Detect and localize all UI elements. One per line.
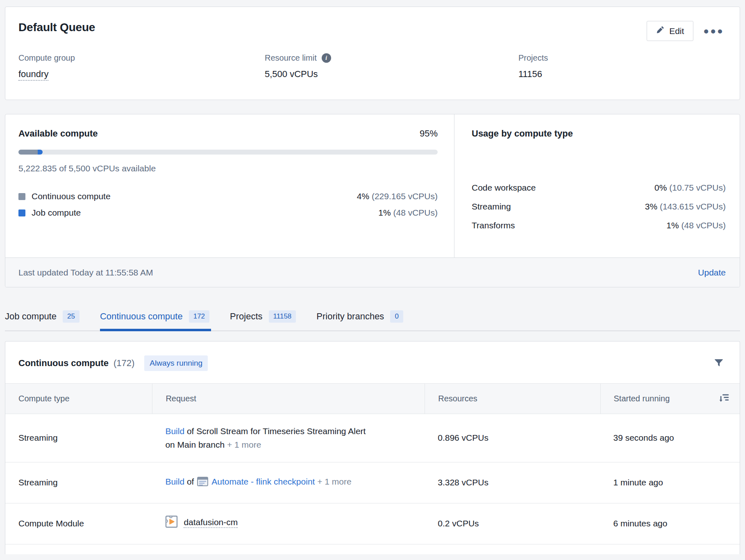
meta-label-projects: Projects <box>518 53 727 63</box>
usage-row-code-workspace: Code workspace0% (10.75 vCPUs) <box>472 178 726 197</box>
table-title: Continuous compute <box>18 358 109 369</box>
request-link[interactable]: Build <box>165 426 184 436</box>
tab-label: Projects <box>230 311 262 322</box>
continuous-compute-card: Continuous compute (172) Always running … <box>5 341 740 554</box>
always-running-badge: Always running <box>144 355 208 371</box>
legend-label: Job compute <box>32 208 81 218</box>
more-options-button[interactable]: ●●● <box>702 24 725 38</box>
usage-label: Code workspace <box>472 183 536 193</box>
legend-percent: 1% <box>378 208 391 217</box>
table-header: Continuous compute (172) Always running <box>5 341 740 383</box>
cell-request: datafusion-cm <box>152 505 425 543</box>
cell-resources: 0.2 vCPUs <box>425 506 600 541</box>
meta-field-compute-group: Compute groupfoundry <box>18 53 265 81</box>
cell-compute-type: Streaming <box>5 465 152 500</box>
legend-swatch-continuous-compute <box>18 193 25 200</box>
cell-request: Build of Scroll Stream for Timeseries St… <box>152 414 425 462</box>
edit-button[interactable]: Edit <box>647 21 693 41</box>
page-title: Default Queue <box>18 21 95 34</box>
legend-percent: 4% <box>357 191 369 201</box>
overview-main: Available compute 95% 5,222.835 of 5,500… <box>5 114 740 257</box>
compute-queue-page: Default Queue Edit ●●● Compute groupfoun… <box>0 0 745 554</box>
tab-count-badge: 172 <box>189 310 209 323</box>
sort-descending-icon[interactable] <box>719 393 729 405</box>
cell-started-running: 6 minutes ago <box>600 506 740 541</box>
usage-value: 1% (48 vCPUs) <box>666 221 726 230</box>
cell-resources: 3.328 vCPUs <box>425 465 600 500</box>
queue-header: Default Queue Edit ●●● <box>5 7 740 41</box>
legend-detail: (48 vCPUs) <box>391 208 438 217</box>
meta-value-compute-group: foundry <box>18 69 265 81</box>
available-percent: 95% <box>420 128 438 139</box>
legend-row-continuous-compute: Continuous compute4% (229.165 vCPUs) <box>18 188 438 205</box>
tab-label: Job compute <box>5 311 57 322</box>
tab-count-badge: 25 <box>63 310 79 323</box>
tab-projects[interactable]: Projects11158 <box>230 307 298 330</box>
legend-value: 4% (229.165 vCPUs) <box>357 191 438 201</box>
tab-continuous-compute[interactable]: Continuous compute172 <box>100 307 211 330</box>
table-count: (172) <box>114 358 134 369</box>
cell-request: Build of Automate - flink checkpoint + 1… <box>152 464 425 501</box>
usage-label: Transforms <box>472 221 515 230</box>
usage-rows: Code workspace0% (10.75 vCPUs)Streaming3… <box>472 178 726 235</box>
progress-segment-continuous-compute <box>18 150 38 155</box>
info-icon[interactable]: i <box>322 53 331 63</box>
queue-actions: Edit ●●● <box>647 21 725 41</box>
usage-row-transforms: Transforms1% (48 vCPUs) <box>472 216 726 235</box>
meta-label-compute-group: Compute group <box>18 53 265 63</box>
meta-value-text-projects: 11156 <box>518 69 542 79</box>
tab-job-compute[interactable]: Job compute25 <box>5 307 81 330</box>
tab-count-badge: 11158 <box>269 310 296 323</box>
request-text: of <box>184 477 196 486</box>
available-compute-panel: Available compute 95% 5,222.835 of 5,500… <box>5 114 454 257</box>
meta-field-projects: Projects11156 <box>518 53 727 81</box>
legend-swatch-job-compute <box>18 209 25 216</box>
column-header-resources[interactable]: Resources <box>425 384 600 414</box>
legend-label: Continuous compute <box>32 191 111 201</box>
table-row: StreamingBuild of Scroll Stream for Time… <box>5 414 740 462</box>
usage-value: 3% (143.615 vCPUs) <box>645 202 726 212</box>
request-link[interactable]: Build <box>165 477 184 486</box>
compute-module-icon <box>165 520 178 530</box>
available-compute-title: Available compute <box>18 128 98 139</box>
tab-label: Continuous compute <box>100 311 183 322</box>
funnel-icon <box>713 363 724 369</box>
legend-value: 1% (48 vCPUs) <box>378 208 438 218</box>
meta-value-text-compute-group[interactable]: foundry <box>18 69 48 81</box>
usage-percent: 3% <box>645 202 657 211</box>
tab-label: Priority branches <box>316 311 384 322</box>
request-text: of Scroll Stream for Timeseries Streamin… <box>184 426 366 436</box>
table-row: Compute Moduledatafusion-cm0.2 vCPUs6 mi… <box>5 503 740 544</box>
cell-started-running: 1 minute ago <box>600 465 740 500</box>
legend-row-job-compute: Job compute1% (48 vCPUs) <box>18 205 438 221</box>
usage-row-streaming: Streaming3% (143.615 vCPUs) <box>472 197 726 216</box>
usage-detail: (48 vCPUs) <box>679 221 726 230</box>
request-link[interactable]: Automate - flink checkpoint <box>211 477 315 486</box>
queue-card: Default Queue Edit ●●● Compute groupfoun… <box>5 7 740 100</box>
legend-detail: (229.165 vCPUs) <box>369 191 438 201</box>
cell-compute-type: Compute Module <box>5 506 152 541</box>
queue-meta-row: Compute groupfoundryResource limiti5,500… <box>5 41 740 81</box>
cell-started-running: 39 seconds ago <box>600 421 740 455</box>
available-compute-progress-bar <box>18 150 438 155</box>
meta-label-resource-limit: Resource limiti <box>265 53 518 63</box>
request-link[interactable]: datafusion-cm <box>184 517 238 528</box>
compute-overview-card: Available compute 95% 5,222.835 of 5,500… <box>5 114 740 287</box>
tab-priority-branches[interactable]: Priority branches0 <box>316 307 405 330</box>
usage-percent: 1% <box>666 221 679 230</box>
table-row: StreamingBuild of Automate - flink check… <box>5 462 740 503</box>
meta-value-projects: 11156 <box>518 69 727 80</box>
tab-count-badge: 0 <box>390 310 403 323</box>
last-updated-text: Last updated Today at 11:55:58 AM <box>18 268 153 278</box>
update-link[interactable]: Update <box>698 268 726 278</box>
column-header-compute-type[interactable]: Compute type <box>5 384 152 414</box>
meta-value-resource-limit: 5,500 vCPUs <box>265 69 518 80</box>
column-header-request[interactable]: Request <box>152 384 425 414</box>
usage-value: 0% (10.75 vCPUs) <box>654 183 726 193</box>
edit-button-label: Edit <box>669 26 684 36</box>
column-header-started-running[interactable]: Started running <box>600 384 740 414</box>
meta-field-resource-limit: Resource limiti5,500 vCPUs <box>265 53 518 81</box>
filter-button[interactable] <box>713 357 725 370</box>
progress-segment-job-compute <box>38 150 43 155</box>
usage-by-type-panel: Usage by compute type Code workspace0% (… <box>454 114 740 257</box>
